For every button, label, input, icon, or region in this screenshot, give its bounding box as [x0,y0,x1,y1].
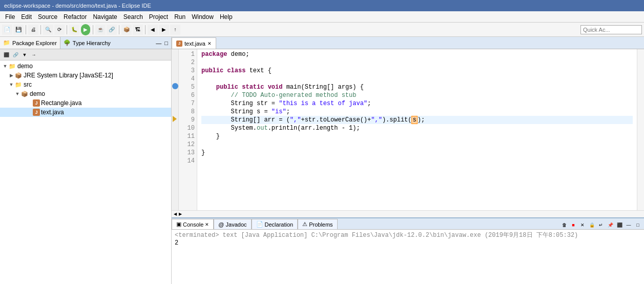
h-scrollbar[interactable]: ◀ ▶ [172,210,644,217]
demo-pkg-icon: 📦 [20,90,29,98]
jre-icon: 📦 [14,71,23,79]
class-button[interactable]: 🏗 [133,25,143,35]
console-pin-button[interactable]: 📌 [606,221,614,229]
src-expand-arrow[interactable]: ▼ [8,82,14,87]
maximize-left-button[interactable]: □ [163,39,169,47]
quick-access-input[interactable] [580,25,642,34]
history-button[interactable]: ⟳ [54,25,65,35]
editor-scroll-gutter[interactable] [637,49,644,210]
toolbar-sep-4 [93,25,93,34]
tree-item-src[interactable]: ▼ 📁 src [0,80,171,89]
code-line-14 [201,157,633,165]
tree-item-text-java[interactable]: J text.java [0,108,171,117]
menu-source[interactable]: Source [35,12,60,22]
console-result-text: 2 [175,239,641,247]
code-content[interactable]: package demo; public class text { public… [197,49,637,210]
run-button[interactable]: ▶ [80,25,91,35]
code-line-2 [201,58,633,67]
tree-item-rectangle[interactable]: J Rectangle.java [0,98,171,108]
type-hierarchy-icon: 🌳 [64,39,71,46]
title-text: eclipse-workspace - demo/src/demo/text.j… [4,3,151,9]
tab-type-hierarchy[interactable]: 🌳 Type Hierarchy [60,37,114,49]
code-line-1: package demo; [201,50,633,58]
code-line-5: public static void main(String[] args) { [201,83,633,91]
console-minimize-button[interactable]: — [625,221,633,229]
toolbar: 📄 💾 🖨 🔍 ⟳ 🐛 ▶ ☕ 🔗 📦 🏗 ◀ ▶ ↑ [0,23,644,37]
package-explorer-icon: 📁 [3,39,10,46]
print-button[interactable]: 🖨 [28,25,38,35]
toolbar-sep-2 [40,25,41,34]
up-button[interactable]: ↑ [170,25,180,35]
editor-tab-bar: J text.java ✕ [172,37,644,49]
tab-package-explorer[interactable]: 📁 Package Explorer [0,37,60,49]
java-button[interactable]: ☕ [95,25,106,35]
editor-tab-text-java[interactable]: J text.java ✕ [172,37,216,49]
collapse-all-button[interactable]: ⬛ [2,51,10,59]
console-expand-button[interactable]: ⬛ [615,221,624,229]
console-word-wrap[interactable]: ↵ [597,221,605,229]
menu-bar: File Edit Source Refactor Navigate Searc… [0,11,644,23]
new-button[interactable]: 📄 [2,25,12,35]
text-java-icon: J [33,109,40,116]
console-stop-button[interactable]: ■ [569,221,577,229]
console-scroll-lock[interactable]: 🔒 [588,221,596,229]
menu-help[interactable]: Help [217,12,236,22]
console-output: <terminated> text [Java Application] C:\… [172,230,644,284]
rectangle-label: Rectangle.java [41,99,81,107]
debug-button[interactable]: 🐛 [69,25,79,35]
package-button[interactable]: 📦 [121,25,132,35]
declaration-icon: 📄 [256,221,263,228]
code-line-9: String[] arr = (","+str.toLowerCase()+",… [201,116,633,124]
tab-problems[interactable]: ⚠ Problems [298,219,337,229]
left-panel-tab-bar: 📁 Package Explorer 🌳 Type Hierarchy — □ [0,37,171,49]
demo-pkg-expand-arrow[interactable]: ▼ [14,91,20,96]
link-editor-button[interactable]: 🔗 [11,51,19,59]
problems-icon: ⚠ [302,221,307,228]
console-terminated-text: <terminated> text [Java Application] C:\… [175,231,641,239]
prev-button[interactable]: ◀ [148,25,158,35]
tab-javadoc[interactable]: @ Javadoc [214,219,251,229]
menu-edit[interactable]: Edit [18,12,35,22]
demo-label: demo [17,63,33,70]
editor-tab-label: text.java [184,40,205,47]
tab-console[interactable]: ▣ Console ✕ [172,219,214,229]
jre-expand-arrow[interactable]: ▶ [8,73,14,78]
minimize-left-button[interactable]: — [155,39,162,47]
code-line-8: String s = "is"; [201,108,633,116]
jre-label: JRE System Library [JavaSE-12] [24,72,113,79]
code-editor: 12345 678910 11121314 package demo; publ… [172,49,644,210]
code-line-12 [201,140,633,149]
h-scroll-left[interactable]: ◀ [174,212,177,216]
tree-item-demo[interactable]: ▼ 📁 demo [0,62,171,71]
tree-item-jre[interactable]: ▶ 📦 JRE System Library [JavaSE-12] [0,71,171,80]
pkg-arrow-button[interactable]: → [30,51,38,59]
external-button[interactable]: 🔗 [107,25,117,35]
menu-navigate[interactable]: Navigate [90,12,120,22]
demo-expand-arrow[interactable]: ▼ [2,64,8,69]
menu-window[interactable]: Window [189,12,217,22]
console-clear-button[interactable]: 🗑 [560,221,568,229]
javadoc-icon: @ [218,221,224,228]
h-scroll-right[interactable]: ▶ [179,212,182,216]
menu-project[interactable]: Project [146,12,171,22]
console-close-icon[interactable]: ✕ [205,222,209,227]
search-button[interactable]: 🔍 [43,25,53,35]
console-terminate-button[interactable]: ✕ [578,221,587,229]
console-maximize-button[interactable]: □ [634,221,642,229]
save-button[interactable]: 💾 [13,25,24,35]
menu-file[interactable]: File [2,12,18,22]
editor-tab-close-icon[interactable]: ✕ [207,41,212,46]
breakpoint-marker [172,83,178,89]
menu-search[interactable]: Search [120,12,146,22]
tree-item-demo-pkg[interactable]: ▼ 📦 demo [0,89,171,98]
code-line-13: } [201,149,633,157]
pkg-menu-button[interactable]: ▼ [20,51,29,59]
src-label: src [24,81,32,88]
next-button[interactable]: ▶ [159,25,169,35]
file-tree: ▼ 📁 demo ▶ 📦 JRE System Library [JavaSE-… [0,60,171,284]
menu-run[interactable]: Run [171,12,189,22]
tab-declaration[interactable]: 📄 Declaration [252,219,298,229]
right-panel: J text.java ✕ 12345 678910 [172,37,644,284]
code-line-7: String str = "this is a test of java"; [201,99,633,108]
menu-refactor[interactable]: Refactor [60,12,90,22]
